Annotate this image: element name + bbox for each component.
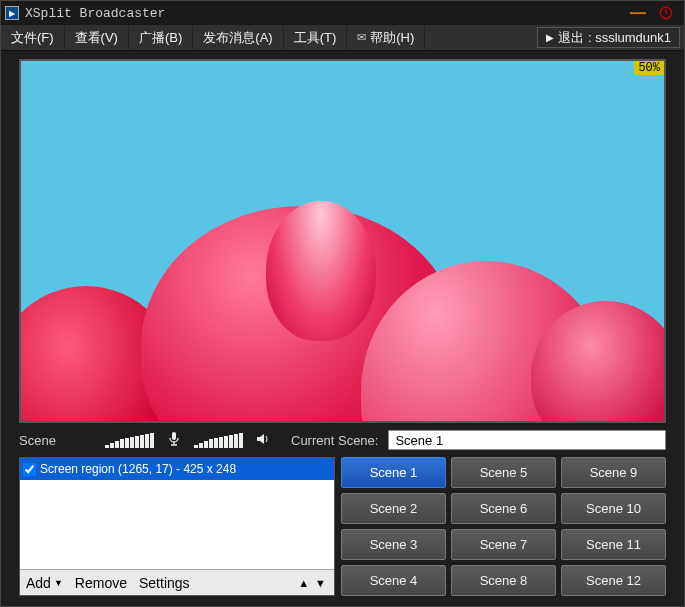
sources-list[interactable]: Screen region (1265, 17) - 425 x 248 bbox=[20, 458, 334, 569]
scene-button-11[interactable]: Scene 11 bbox=[561, 529, 666, 560]
scene-button-4[interactable]: Scene 4 bbox=[341, 565, 446, 596]
svg-rect-1 bbox=[665, 9, 666, 14]
menu-file[interactable]: 文件(F) bbox=[1, 25, 65, 50]
scene-button-12[interactable]: Scene 12 bbox=[561, 565, 666, 596]
scene-button-9[interactable]: Scene 9 bbox=[561, 457, 666, 488]
scene-label: Scene bbox=[19, 433, 99, 448]
zoom-badge: 50% bbox=[634, 61, 664, 75]
reorder-arrows: ▲ ▼ bbox=[298, 577, 334, 589]
chevron-down-icon: ▼ bbox=[54, 578, 63, 588]
current-scene-field[interactable]: Scene 1 bbox=[388, 430, 666, 450]
move-down-button[interactable]: ▼ bbox=[315, 577, 326, 589]
scene-button-3[interactable]: Scene 3 bbox=[341, 529, 446, 560]
source-label: Screen region (1265, 17) - 425 x 248 bbox=[38, 462, 334, 476]
close-button[interactable] bbox=[652, 4, 680, 22]
add-source-button[interactable]: Add▼ bbox=[20, 570, 69, 595]
sources-panel: Screen region (1265, 17) - 425 x 248 Add… bbox=[19, 457, 335, 596]
menu-help[interactable]: 帮助(H) bbox=[347, 25, 425, 50]
scene-button-7[interactable]: Scene 7 bbox=[451, 529, 556, 560]
sources-toolbar: Add▼ Remove Settings ▲ ▼ bbox=[20, 569, 334, 595]
logout-button[interactable]: ▶ 退出 : ssslumdunk1 bbox=[537, 27, 680, 48]
preview-container: 50% bbox=[1, 51, 684, 427]
speaker-volume-meter[interactable] bbox=[194, 432, 243, 448]
logout-label: 退出 : ssslumdunk1 bbox=[558, 29, 671, 47]
move-up-button[interactable]: ▲ bbox=[298, 577, 309, 589]
titlebar: XSplit Broadcaster — bbox=[1, 1, 684, 25]
scene-button-6[interactable]: Scene 6 bbox=[451, 493, 556, 524]
preview-canvas[interactable]: 50% bbox=[19, 59, 666, 423]
current-scene-label: Current Scene: bbox=[291, 433, 378, 448]
menu-view[interactable]: 查看(V) bbox=[65, 25, 129, 50]
remove-source-button[interactable]: Remove bbox=[69, 570, 133, 595]
microphone-icon[interactable] bbox=[166, 431, 182, 450]
app-logo-icon bbox=[5, 6, 19, 20]
scene-button-2[interactable]: Scene 2 bbox=[341, 493, 446, 524]
menu-publish[interactable]: 发布消息(A) bbox=[193, 25, 283, 50]
scene-button-8[interactable]: Scene 8 bbox=[451, 565, 556, 596]
mic-volume-meter[interactable] bbox=[105, 432, 154, 448]
speaker-icon[interactable] bbox=[255, 431, 271, 450]
minimize-button[interactable]: — bbox=[624, 4, 652, 22]
scene-grid: Scene 1Scene 5Scene 9Scene 2Scene 6Scene… bbox=[341, 457, 666, 596]
menu-tools[interactable]: 工具(T) bbox=[284, 25, 348, 50]
status-bar: Scene Current Scene: Scene 1 bbox=[1, 427, 684, 453]
preview-content-image bbox=[21, 61, 664, 421]
source-checkbox[interactable] bbox=[23, 463, 36, 476]
scene-button-10[interactable]: Scene 10 bbox=[561, 493, 666, 524]
bottom-panel: Screen region (1265, 17) - 425 x 248 Add… bbox=[1, 453, 684, 606]
source-settings-button[interactable]: Settings bbox=[133, 570, 196, 595]
menubar: 文件(F) 查看(V) 广播(B) 发布消息(A) 工具(T) 帮助(H) ▶ … bbox=[1, 25, 684, 51]
svg-rect-2 bbox=[172, 432, 176, 440]
menu-broadcast[interactable]: 广播(B) bbox=[129, 25, 193, 50]
app-title: XSplit Broadcaster bbox=[25, 6, 624, 21]
play-icon: ▶ bbox=[546, 32, 554, 43]
source-row[interactable]: Screen region (1265, 17) - 425 x 248 bbox=[20, 458, 334, 480]
scene-button-5[interactable]: Scene 5 bbox=[451, 457, 556, 488]
app-window: XSplit Broadcaster — 文件(F) 查看(V) 广播(B) 发… bbox=[0, 0, 685, 607]
scene-button-1[interactable]: Scene 1 bbox=[341, 457, 446, 488]
